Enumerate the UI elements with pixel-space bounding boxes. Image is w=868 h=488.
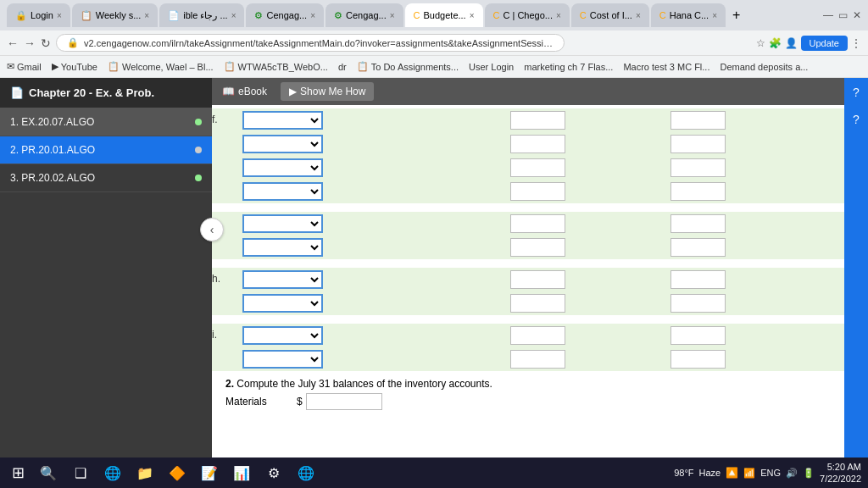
input-f3-credit[interactable]	[670, 158, 726, 177]
forward-button[interactable]: →	[24, 36, 36, 50]
tab-cengage1[interactable]: ⚙ Cengag... ×	[246, 3, 324, 27]
input-f1-credit[interactable]	[670, 111, 726, 130]
tab-close[interactable]: ×	[556, 11, 561, 20]
excel-button[interactable]: 📊	[228, 459, 255, 486]
show-me-label: Show Me How	[300, 86, 365, 97]
input-f2-credit[interactable]	[670, 135, 726, 153]
tab-close[interactable]: ×	[144, 11, 149, 20]
tab-login[interactable]: 🔒 Login ×	[7, 3, 70, 27]
bookmark-button[interactable]: ☆	[756, 37, 765, 49]
address-bar[interactable]: 🔒 v2.cengagenow.com/ilrn/takeAssignment/…	[56, 34, 565, 52]
tab-cengage2[interactable]: ⚙ Cengag... ×	[326, 3, 403, 27]
input-i1-debit[interactable]	[510, 326, 565, 345]
tab-doc[interactable]: 📄 ible رجاء ... ×	[159, 3, 244, 27]
table-row	[212, 156, 844, 180]
time-display: 5:20 AM	[820, 461, 861, 473]
select-g1[interactable]	[242, 214, 323, 233]
new-tab-button[interactable]: +	[727, 3, 745, 27]
input-g2-debit[interactable]	[510, 238, 565, 257]
input-f4-credit[interactable]	[670, 182, 726, 201]
select-f3[interactable]	[242, 158, 323, 177]
lang-label: ENG	[760, 468, 781, 478]
content-topbar: 📖 eBook ▶ Show Me How	[212, 78, 844, 105]
explorer-button[interactable]: 📁	[131, 459, 159, 486]
table-row: f.	[212, 108, 844, 132]
input-f3-debit[interactable]	[510, 158, 565, 177]
select-h1[interactable]	[242, 270, 323, 289]
input-i2-debit[interactable]	[510, 350, 565, 369]
bookmark-gmail[interactable]: ✉ Gmail	[7, 61, 42, 72]
input-g1-credit[interactable]	[670, 214, 726, 233]
tab-close[interactable]: ×	[231, 11, 236, 20]
task-view-button[interactable]: ❑	[67, 459, 94, 486]
bookmark-userlogin[interactable]: User Login	[469, 62, 514, 72]
tab-weekly[interactable]: 📋 Weekly s... ×	[72, 3, 158, 27]
bookmark-youtube[interactable]: ▶ YouTube	[52, 61, 97, 72]
materials-input[interactable]	[306, 393, 382, 410]
select-f4[interactable]	[242, 182, 323, 201]
tab-chegg[interactable]: C C | Chego... ×	[485, 3, 570, 27]
tab-close[interactable]: ×	[57, 11, 62, 20]
bookmark-welcome[interactable]: 📋 Welcome, Wael – Bl...	[108, 61, 214, 72]
input-g2-credit[interactable]	[670, 238, 726, 257]
menu-button[interactable]: ⋮	[851, 37, 861, 49]
notes-button[interactable]: 📝	[196, 459, 223, 486]
bookmark-demand[interactable]: Demand deposits a...	[720, 62, 808, 72]
bookmark-todo[interactable]: 📋 To Do Assignments...	[357, 61, 459, 72]
ebook-button[interactable]: 📖 eBook	[222, 86, 267, 97]
bookmark-dr[interactable]: dr	[338, 62, 347, 72]
show-me-how-button[interactable]: ▶ Show Me How	[281, 82, 374, 101]
select-i1[interactable]	[242, 326, 323, 345]
tab-close[interactable]: ×	[636, 11, 641, 20]
tab-close[interactable]: ×	[310, 11, 315, 20]
profile-button[interactable]: 👤	[785, 37, 798, 49]
office-button[interactable]: 🔶	[164, 459, 191, 486]
search-taskbar-button[interactable]: 🔍	[35, 459, 62, 486]
input-h2-debit[interactable]	[510, 294, 565, 313]
help-button-2[interactable]: ?	[845, 108, 867, 130]
minimize-button[interactable]: —	[823, 9, 833, 21]
update-button[interactable]: Update	[801, 36, 848, 51]
clock: 5:20 AM 7/22/2022	[820, 461, 861, 485]
input-i1-credit[interactable]	[670, 326, 726, 345]
select-g2[interactable]	[242, 238, 323, 257]
materials-row: Materials $	[225, 393, 831, 410]
collapse-sidebar-button[interactable]: ‹	[200, 218, 224, 241]
bookmark-wtwa[interactable]: 📋 WTWA5cTB_WebO...	[224, 61, 328, 72]
input-f2-debit[interactable]	[510, 135, 565, 153]
bookmark-macro[interactable]: Macro test 3 MC Fl...	[623, 62, 709, 72]
sidebar-item-ex2007[interactable]: 1. EX.20.07.ALGO	[0, 108, 212, 136]
input-h2-credit[interactable]	[670, 294, 726, 313]
tab-close[interactable]: ×	[712, 11, 717, 20]
tab-close[interactable]: ×	[390, 11, 395, 20]
bookmark-marketing[interactable]: marketing ch 7 Flas...	[524, 62, 613, 72]
input-h1-credit[interactable]	[670, 270, 726, 289]
tab-budget[interactable]: C Budgete... ×	[405, 3, 483, 27]
select-h2[interactable]	[242, 294, 323, 313]
tab-cost[interactable]: C Cost of I... ×	[571, 3, 649, 27]
extensions-button[interactable]: 🧩	[769, 37, 782, 49]
input-i2-credit[interactable]	[670, 350, 726, 369]
settings-button[interactable]: ⚙	[260, 459, 287, 486]
maximize-button[interactable]: ▭	[838, 9, 848, 21]
help-button-1[interactable]: ?	[845, 81, 867, 103]
back-button[interactable]: ←	[7, 36, 19, 50]
select-i2[interactable]	[242, 350, 323, 369]
input-h1-debit[interactable]	[510, 270, 565, 289]
select-f2[interactable]	[242, 135, 323, 153]
content-area[interactable]: f.	[212, 105, 844, 458]
input-f1-debit[interactable]	[510, 111, 565, 130]
sidebar-item-pr2001[interactable]: 2. PR.20.01.ALGO	[0, 136, 212, 164]
chrome-button[interactable]: 🌐	[292, 459, 320, 486]
start-button[interactable]: ⊞	[7, 462, 30, 484]
reload-button[interactable]: ↻	[41, 36, 51, 50]
sidebar-item-pr2002[interactable]: 3. PR.20.02.ALGO	[0, 164, 212, 192]
tab-hana[interactable]: C Hana C... ×	[651, 3, 726, 27]
select-f1[interactable]	[242, 111, 323, 130]
url-text: v2.cengagenow.com/ilrn/takeAssignment/ta…	[84, 38, 554, 48]
close-button[interactable]: ✕	[853, 9, 861, 21]
input-g1-debit[interactable]	[510, 214, 565, 233]
edge-button[interactable]: 🌐	[99, 459, 126, 486]
tab-close[interactable]: ×	[470, 11, 475, 20]
input-f4-debit[interactable]	[510, 182, 565, 201]
